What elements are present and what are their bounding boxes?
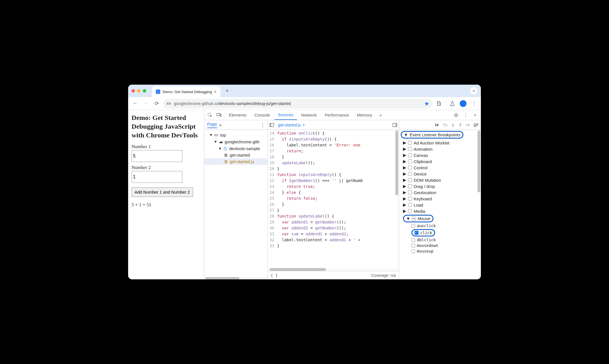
- bp-category-animation[interactable]: ▶Animation: [399, 146, 481, 152]
- step-into-icon[interactable]: [451, 123, 455, 127]
- navigator-more-icon[interactable]: »: [219, 122, 222, 127]
- bp-event-click[interactable]: click: [399, 229, 481, 237]
- device-toggle-icon[interactable]: [215, 113, 223, 118]
- step-over-icon[interactable]: [442, 123, 448, 127]
- checkbox[interactable]: [411, 224, 415, 228]
- favicon-icon: [156, 89, 160, 94]
- devtools-tab-elements[interactable]: Elements: [225, 110, 250, 120]
- bp-category-dom-mutation[interactable]: ▶DOM Mutation: [399, 177, 481, 183]
- devtools-tab-network[interactable]: Network: [298, 110, 320, 120]
- checkbox[interactable]: [411, 244, 415, 247]
- bp-category-canvas[interactable]: ▶Canvas: [399, 152, 481, 158]
- step-icon[interactable]: [466, 123, 470, 127]
- bp-category-drag-drop[interactable]: ▶Drag / drop: [399, 183, 481, 189]
- bp-category-keyboard[interactable]: ▶Keyboard: [399, 196, 481, 202]
- svg-rect-2: [167, 104, 168, 104]
- devtools-tab-performance[interactable]: Performance: [321, 110, 352, 120]
- number1-input[interactable]: [132, 150, 182, 162]
- close-file-icon[interactable]: ×: [303, 123, 305, 127]
- tree-folder[interactable]: ▾🗀devtools-sample: [204, 145, 268, 152]
- bp-event-dblclick[interactable]: dblclick: [399, 237, 481, 243]
- bp-category-control[interactable]: ▶Control: [399, 165, 481, 171]
- deactivate-breakpoints-icon[interactable]: [474, 123, 479, 127]
- checkbox[interactable]: [408, 190, 412, 194]
- bp-category-geolocation[interactable]: ▶Geolocation: [399, 189, 481, 196]
- checkbox-checked-icon[interactable]: [415, 231, 419, 235]
- checkbox[interactable]: [408, 184, 412, 188]
- checkbox[interactable]: [411, 238, 415, 242]
- checkbox[interactable]: [408, 153, 412, 157]
- devtools-settings-icon[interactable]: [452, 113, 460, 118]
- browser-tab[interactable]: Demo: Get Started Debugging ×: [152, 86, 220, 97]
- devtools-menu-icon[interactable]: ⋮: [462, 113, 470, 118]
- devtools-tab-memory[interactable]: Memory: [354, 110, 376, 120]
- devtools-tab-console[interactable]: Console: [251, 110, 273, 120]
- back-button[interactable]: ←: [131, 99, 139, 108]
- checkbox[interactable]: [411, 249, 415, 253]
- checkbox[interactable]: [408, 203, 412, 207]
- bookmark-star-icon[interactable]: ★: [424, 100, 429, 107]
- checkbox[interactable]: [408, 172, 412, 176]
- svg-rect-6: [220, 114, 221, 117]
- tree-top[interactable]: ▾▭top: [204, 131, 268, 138]
- tab-strip: Demo: Get Started Debugging × +: [128, 85, 481, 97]
- address-bar[interactable]: googlechrome.github.io/devtools-samples/…: [163, 99, 433, 108]
- pretty-print-icon[interactable]: { }: [271, 273, 278, 278]
- url-text: googlechrome.github.io/devtools-samples/…: [174, 101, 291, 106]
- checkbox[interactable]: [408, 178, 412, 182]
- editor-hscrollbar[interactable]: [268, 268, 399, 271]
- code-area[interactable]: 1415161718192021222324252627282930313233…: [268, 130, 399, 268]
- extensions-icon[interactable]: [435, 99, 443, 108]
- checkbox-indeterminate-icon[interactable]: [412, 217, 416, 221]
- devtools-close-icon[interactable]: ×: [471, 113, 479, 118]
- navigator-menu-icon[interactable]: ⋮: [260, 122, 265, 128]
- tree-file-js[interactable]: 🗎get-started.js: [204, 158, 268, 165]
- add-button[interactable]: Add Number 1 and Number 2: [132, 187, 193, 197]
- maximize-window-button[interactable]: [143, 89, 146, 93]
- bp-category-media[interactable]: ▶Media: [399, 208, 481, 214]
- bp-event-mousedown[interactable]: mousedown: [399, 243, 481, 248]
- checkbox[interactable]: [408, 147, 412, 151]
- checkbox[interactable]: [408, 209, 412, 213]
- site-settings-icon[interactable]: [167, 101, 171, 106]
- navigator-page-tab[interactable]: Page: [207, 122, 217, 128]
- bp-event-auxclick[interactable]: auxclick: [399, 223, 481, 229]
- toggle-navigator-icon[interactable]: [270, 123, 274, 127]
- debugger-vscrollbar[interactable]: [477, 130, 480, 192]
- inspect-icon[interactable]: [206, 113, 214, 118]
- toggle-debugger-icon[interactable]: [393, 123, 397, 127]
- new-tab-button[interactable]: +: [223, 87, 231, 95]
- profile-avatar[interactable]: [459, 99, 467, 108]
- bp-category-ad-auction-worklet[interactable]: ▶Ad Auction Worklet: [399, 140, 481, 146]
- bp-category-mouse[interactable]: ▼Mouse: [399, 214, 481, 223]
- bp-category-device[interactable]: ▶Device: [399, 171, 481, 177]
- forward-button[interactable]: →: [142, 99, 150, 108]
- close-tab-icon[interactable]: ×: [214, 89, 216, 94]
- bp-category-load[interactable]: ▶Load: [399, 202, 481, 208]
- checkbox[interactable]: [408, 166, 412, 170]
- reload-button[interactable]: ⟳: [152, 99, 161, 108]
- labs-icon[interactable]: [448, 99, 457, 108]
- content-area: Demo: Get Started Debugging JavaScript w…: [128, 110, 481, 279]
- step-out-icon[interactable]: [458, 123, 462, 127]
- more-tabs-icon[interactable]: »: [377, 113, 385, 117]
- number2-input[interactable]: [132, 171, 182, 183]
- devtools-tab-sources[interactable]: Sources: [275, 110, 297, 120]
- close-window-button[interactable]: [132, 89, 135, 93]
- checkbox[interactable]: [408, 159, 412, 163]
- bp-event-mouseup[interactable]: mouseup: [399, 248, 481, 254]
- editor-vscrollbar[interactable]: [395, 130, 398, 195]
- navigator-hscrollbar[interactable]: [204, 277, 268, 279]
- checkbox[interactable]: [408, 197, 412, 201]
- tabs-overflow-button[interactable]: [470, 87, 477, 95]
- bp-category-clipboard[interactable]: ▶Clipboard: [399, 158, 481, 165]
- resume-icon[interactable]: [435, 123, 439, 127]
- tree-file-html[interactable]: 🗎get-started: [204, 152, 268, 158]
- browser-menu-icon[interactable]: ⋮: [470, 99, 478, 108]
- event-listener-breakpoints-heading[interactable]: ▼ Event Listener Breakpoints: [399, 130, 481, 140]
- tree-domain[interactable]: ▾☁googlechrome.gith: [204, 138, 268, 145]
- editor-file-tab[interactable]: get-started.js ×: [276, 123, 306, 127]
- checkbox[interactable]: [408, 141, 412, 145]
- minimize-window-button[interactable]: [137, 89, 141, 93]
- page-heading: Demo: Get Started Debugging JavaScript w…: [132, 113, 201, 140]
